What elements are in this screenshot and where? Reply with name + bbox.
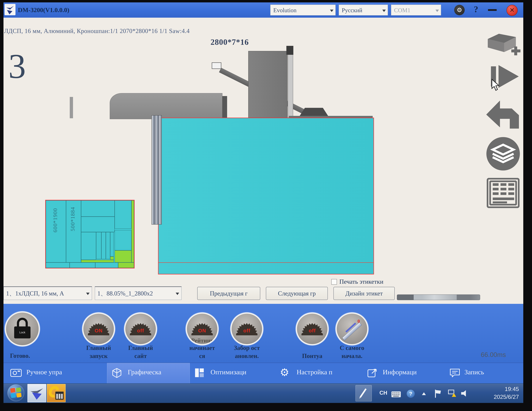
help-tray-icon[interactable]: ?: [407, 390, 415, 398]
preview-piece: [101, 232, 106, 259]
add-panel-button[interactable]: [485, 30, 521, 60]
close-button[interactable]: ✕: [506, 5, 518, 16]
monitor-photo-frame: DM-3200(V1.0.0.0) Evolution Русский COM1…: [0, 0, 532, 411]
preview-piece: [81, 217, 115, 232]
job-info-line: ЛДСП, 16 мм, Алюминий, Кроношпан:1/1 207…: [4, 28, 190, 34]
previous-group-button[interactable]: Предыдущая г: [197, 287, 260, 300]
com-port-value: COM1: [394, 7, 410, 13]
pickup-stopped-button[interactable]: off: [230, 313, 263, 345]
tab-optimization[interactable]: Оптимизаци: [190, 363, 276, 384]
taskbar-app-dm3200[interactable]: [28, 384, 46, 402]
volume-icon[interactable]: [461, 390, 469, 397]
com-port-dropdown[interactable]: COM1: [391, 5, 441, 16]
button-label: Забор ост: [224, 344, 270, 351]
machine-pressure-beam: [152, 115, 162, 224]
machine-rail: [289, 116, 373, 118]
preview-piece: [106, 232, 110, 259]
pattern-dropdown-value: 1、88.05%_1_2800x2: [97, 290, 153, 297]
language-indicator[interactable]: CH: [380, 390, 387, 396]
button-label: ся: [179, 352, 225, 359]
pattern-dropdown[interactable]: 1、88.05%_1_2800x2: [95, 286, 181, 300]
preview-piece: [96, 232, 101, 259]
restart-from-beginning-button[interactable]: 0: [336, 313, 368, 345]
button-label: ановлен.: [224, 352, 270, 359]
keypad-button[interactable]: [486, 177, 520, 210]
tab-graphics[interactable]: Графическа: [107, 363, 190, 384]
saw-face: off: [125, 314, 156, 344]
nesting-preview[interactable]: 600*1900 500*1884: [45, 200, 134, 269]
tray-expand-arrow[interactable]: [422, 392, 426, 395]
progress-slider[interactable]: [397, 294, 480, 300]
settings-gear-button[interactable]: ⚙: [454, 5, 465, 15]
scoring-saw-button[interactable]: ON Рейтинг: [186, 313, 218, 345]
preview-piece: [115, 230, 132, 250]
current-cut-size: 2800*7*16: [210, 37, 249, 47]
help-button[interactable]: ?: [474, 4, 478, 14]
tab-manual-control[interactable]: Ручное упра: [10, 363, 104, 384]
material-dropdown-value: 1、1хЛДСП, 16 мм, А: [6, 290, 64, 297]
app-logo-icon: [5, 4, 16, 15]
cycle-time-readout: 66.00ms: [481, 351, 506, 358]
button-label: запуск: [76, 352, 122, 359]
saw-face: off: [297, 314, 327, 344]
saw-face: ON Рейтинг: [187, 314, 217, 344]
preview-piece: 500*1884: [66, 200, 81, 262]
preview-piece: [81, 200, 115, 217]
lock-icon: Lock: [14, 318, 30, 338]
active-sheet-view[interactable]: [158, 118, 374, 274]
title-bar: DM-3200(V1.0.0.0) Evolution Русский COM1…: [3, 2, 523, 18]
start-button[interactable]: [7, 384, 24, 402]
tab-record[interactable]: Запись: [446, 363, 522, 384]
app-window: DM-3200(V1.0.0.0) Evolution Русский COM1…: [3, 2, 523, 403]
saw-face: ON: [83, 314, 114, 344]
machine-column-rail: [288, 46, 293, 118]
taskbar-clock[interactable]: 19:45 2025/6/27: [494, 385, 519, 401]
cube-icon: [111, 368, 122, 379]
preview-piece: [81, 232, 96, 260]
minimize-button[interactable]: [488, 9, 497, 11]
preview-offcut: [132, 200, 134, 262]
blade-face: 0: [337, 314, 367, 344]
bottom-nav: Ручное упра Графическа Оптимизаци ⚙ Наст…: [3, 363, 523, 384]
undo-back-button[interactable]: [486, 99, 519, 130]
preview-piece: [70, 262, 95, 268]
saw-state-text: off: [297, 328, 327, 334]
profile-dropdown[interactable]: Evolution: [270, 5, 336, 16]
action-center-flag-icon[interactable]: [435, 390, 442, 398]
preview-piece: [95, 262, 118, 268]
tab-label: Информаци: [383, 368, 417, 376]
next-group-button[interactable]: Следующая гр: [266, 287, 328, 300]
ready-lock-button[interactable]: Lock: [5, 311, 40, 346]
ruler-blade-icon: 0: [341, 319, 363, 339]
chevron-down-icon: [436, 9, 439, 12]
network-status-icon[interactable]: [448, 390, 456, 397]
piece-size-label: 600*1900: [52, 208, 58, 232]
mouse-cursor: [491, 79, 500, 92]
button-label: Главный: [76, 344, 122, 351]
cut-line: [159, 262, 373, 263]
print-label-checkbox[interactable]: [331, 279, 337, 285]
saw-state-text: off: [125, 328, 156, 334]
main-start-button[interactable]: ON: [82, 313, 115, 345]
piece-size-label: 500*1884: [69, 207, 76, 231]
layers-stack-button[interactable]: [486, 136, 521, 172]
tab-information[interactable]: Информаци: [363, 363, 446, 384]
language-dropdown[interactable]: Русский: [339, 5, 388, 16]
print-label-text: Печать этикетки: [339, 278, 383, 285]
keyboard-icon[interactable]: [391, 391, 401, 397]
tab-label: Ручное упра: [26, 368, 62, 376]
material-dropdown[interactable]: 1、1хЛДСП, 16 мм, А: [3, 286, 92, 300]
preview-offcut: [110, 256, 114, 260]
tray-input-panel-button[interactable]: [355, 385, 372, 402]
tab-settings[interactable]: ⚙ Настройка п: [276, 363, 363, 384]
window-title: DM-3200(V1.0.0.0): [18, 2, 69, 18]
main-saw-button[interactable]: off: [124, 313, 157, 345]
machine-arm-post: [222, 96, 227, 118]
saw-state-text: off: [232, 328, 262, 334]
pontua-button[interactable]: off: [296, 313, 329, 345]
taskbar-app-tools[interactable]: [47, 384, 66, 402]
camera-icon: [10, 368, 22, 378]
preview-piece: 600*1900: [46, 200, 66, 262]
label-design-button[interactable]: Дизайн этикет: [333, 287, 395, 300]
button-label: Готово.: [6, 352, 47, 359]
